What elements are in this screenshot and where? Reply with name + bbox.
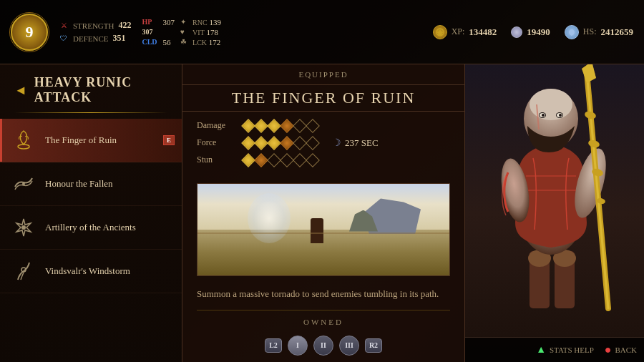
timer-badge: ☽ 237 SEC <box>332 137 379 149</box>
owned-text: OWNED <box>182 312 464 332</box>
svg-point-18 <box>559 114 562 117</box>
equipped-text: Equipped <box>182 64 464 84</box>
attack-icon-2 <box>11 215 36 240</box>
vit-label: ♥ <box>180 28 187 36</box>
vit-value: 178 <box>207 28 219 36</box>
rnc-label: ✦ <box>180 18 187 26</box>
svg-point-2 <box>22 182 25 185</box>
owned-divider <box>197 310 450 310</box>
hp-value: 307 <box>163 18 175 26</box>
rnc-value: 139 <box>209 18 221 26</box>
attack-item-2[interactable]: Artillery of the Ancients <box>0 206 182 250</box>
preview-tornado <box>248 193 291 243</box>
attack-icon-1 <box>11 171 36 197</box>
xp-icon <box>433 25 447 39</box>
slot-2-button[interactable]: II <box>313 336 333 356</box>
xp-value: 134482 <box>469 26 497 38</box>
stats-help-label: STATS HELP <box>550 346 594 354</box>
hud-bar: 9 ⚔ STRENGTH 422 🛡 DEFENCE 351 HP 307 ✦ … <box>0 0 644 64</box>
attack-icon-3 <box>11 258 36 284</box>
hs-label: HS: <box>583 26 597 37</box>
equipped-badge-0: E <box>163 135 175 145</box>
item-title: THE FINGER OF RUIN <box>182 84 464 112</box>
cld-value: 56 <box>163 38 175 47</box>
back-label: BACK <box>615 346 637 354</box>
timer-value: 237 SEC <box>345 137 379 149</box>
l2-button[interactable]: L2 <box>265 338 282 353</box>
svg-point-3 <box>21 225 26 230</box>
attack-name-3: Vindsvalr's Windstorm <box>45 265 130 277</box>
lck-icon: ☘ <box>180 38 187 46</box>
button-row: L2 I II III R2 <box>182 332 464 359</box>
strength-value: 422 <box>118 20 131 31</box>
kratos-svg <box>476 64 640 337</box>
currency-block: 19490 <box>511 26 550 38</box>
section-title-block: ◄ HEAVY RUNIC ATTACK <box>0 64 182 112</box>
defence-value: 351 <box>113 33 126 44</box>
hp-max: 307 <box>142 28 157 36</box>
attack-list: The Finger of Ruin E Honour the Fallen <box>0 119 182 293</box>
lck-value: 172 <box>209 38 221 47</box>
preview-horizon <box>197 233 449 234</box>
stun-stat-line: Stun <box>197 155 450 165</box>
attack-item-1[interactable]: Honour the Fallen <box>0 162 182 206</box>
attack-item-3[interactable]: Vindsvalr's Windstorm <box>0 250 182 293</box>
attack-item-0[interactable]: The Finger of Ruin E <box>0 119 182 162</box>
left-panel: ◄ HEAVY RUNIC ATTACK The Finger of Ruin … <box>0 64 182 362</box>
preview-image <box>197 183 450 276</box>
strength-label: STRENGTH <box>73 21 114 30</box>
section-arrow-icon: ◄ <box>14 83 27 98</box>
force-diamonds <box>243 138 318 148</box>
stun-diamonds <box>243 155 318 165</box>
stun-diamond-6 <box>306 153 320 167</box>
stats-help-btn[interactable]: ▲ STATS HELP <box>536 344 594 356</box>
currency-icon <box>511 26 522 38</box>
svg-point-17 <box>542 114 545 117</box>
back-btn[interactable]: ● BACK <box>605 343 637 356</box>
right-panel: ▲ STATS HELP ● BACK <box>465 64 644 362</box>
xp-label: XP: <box>452 26 465 37</box>
kratos-container <box>465 64 644 337</box>
bottom-bar: ▲ STATS HELP ● BACK <box>465 337 644 362</box>
force-stat-line: Force ☽ 237 SEC <box>197 137 450 149</box>
r2-button[interactable]: R2 <box>365 338 382 353</box>
vit-label-text: VIT <box>192 29 205 36</box>
attack-name-2: Artillery of the Ancients <box>45 222 136 233</box>
item-description: Summon a massive tornado to send enemies… <box>182 280 464 308</box>
hp-label: HP <box>142 18 157 26</box>
slot-3-button[interactable]: III <box>339 336 359 356</box>
cld-label: CLD <box>142 38 157 46</box>
damage-diamonds <box>243 121 318 131</box>
attack-name-1: Honour the Fallen <box>45 178 113 190</box>
force-label: Force <box>197 137 236 148</box>
top-right-stats: XP: 134482 19490 HS: 2412659 <box>433 25 633 39</box>
level-badge: 9 <box>11 14 48 51</box>
svg-point-23 <box>584 110 597 120</box>
defence-icon: 🛡 <box>59 34 69 44</box>
strength-stat: ⚔ STRENGTH 422 <box>59 20 131 31</box>
triangle-icon: ▲ <box>536 344 546 356</box>
defence-stat: 🛡 DEFENCE 351 <box>59 33 131 44</box>
damage-label: Damage <box>197 120 236 131</box>
rnc-label-text: RNC <box>192 19 208 26</box>
detail-panel: Equipped THE FINGER OF RUIN Damage Force <box>182 64 465 362</box>
section-title-text: HEAVY RUNIC ATTACK <box>34 75 167 105</box>
dmg-diamond-6 <box>306 119 320 133</box>
slot-1-button[interactable]: I <box>288 336 308 356</box>
attack-name-0: The Finger of Ruin <box>45 134 117 146</box>
defence-label: DEFENCE <box>73 34 109 43</box>
moon-icon: ☽ <box>332 137 341 149</box>
hs-block: HS: 2412659 <box>565 25 633 39</box>
damage-stat-line: Damage <box>197 120 450 131</box>
circle-icon: ● <box>605 343 612 356</box>
svg-point-12 <box>530 89 572 120</box>
preview-figure <box>311 218 323 243</box>
currency-value: 19490 <box>527 26 550 38</box>
lck-label-text: LCK <box>192 39 207 47</box>
hs-value: 2412659 <box>601 26 634 38</box>
xp-block: XP: 134482 <box>433 25 497 39</box>
stats-section: Damage Force ☽ 237 S <box>182 112 464 180</box>
level-value: 9 <box>26 23 34 41</box>
svg-point-24 <box>587 139 600 149</box>
strength-icon: ⚔ <box>59 21 69 31</box>
